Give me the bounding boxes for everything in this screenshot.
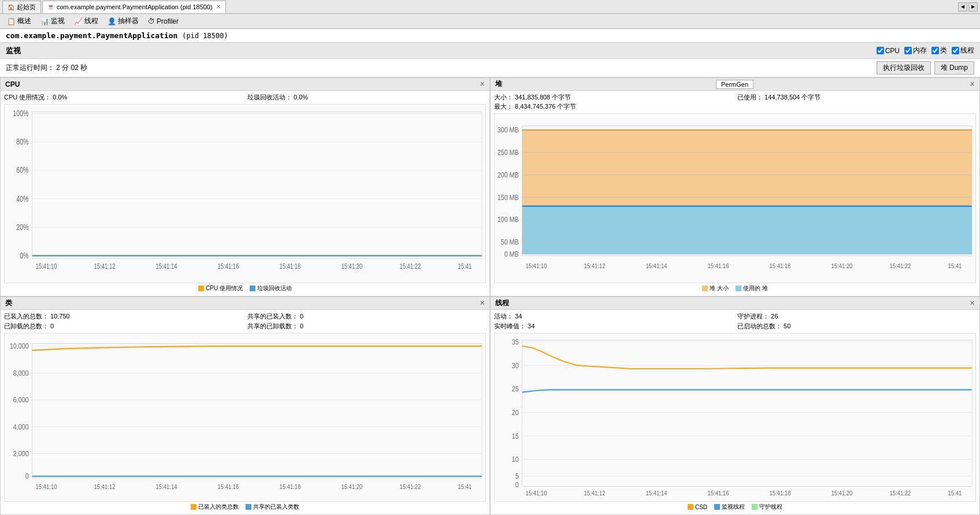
svg-text:4,000: 4,000 [13, 422, 29, 431]
profiler-icon: ⏱ [148, 17, 155, 25]
uptime-text: 正常运行时间： 2 分 02 秒 [6, 63, 87, 73]
class-checkbox-label[interactable]: 类 [931, 46, 947, 55]
cpu-checkbox-label[interactable]: CPU [877, 47, 900, 55]
tab-close-button[interactable]: ✕ [216, 3, 221, 10]
heap-stats: 大小： 341,835,808 个字节 已使用： 144,738,504 个字节… [494, 93, 976, 111]
heap-panel-close[interactable]: ✕ [970, 80, 975, 88]
svg-text:100 MB: 100 MB [498, 216, 519, 224]
nav-prev-button[interactable]: ◀ [958, 2, 967, 12]
cpu-checkbox[interactable] [877, 47, 884, 54]
heap-used-stat: 已使用： 144,738,504 个字节 [737, 93, 976, 102]
tab-start[interactable]: 🏠 起始页 [2, 1, 41, 13]
svg-text:25: 25 [512, 384, 519, 393]
monitor-checkboxes: CPU 内存 类 线程 [877, 46, 974, 55]
memory-checkbox[interactable] [904, 47, 912, 54]
thread-panel-close[interactable]: ✕ [970, 299, 975, 307]
heap-legend-size-color [702, 286, 708, 291]
sampler-icon: 👤 [107, 17, 116, 25]
class-legend-shared: 共享的已装入类数 [246, 503, 299, 511]
class-legend: 已装入的类总数 共享的已装入类数 [4, 502, 486, 512]
nav-next-button[interactable]: ▶ [968, 2, 978, 12]
heap-panel: 堆 PermGen ✕ 大小： 341,835,808 个字节 已使用： 144… [490, 77, 980, 297]
svg-text:10,000: 10,000 [10, 342, 29, 350]
heap-size-stat: 大小： 341,835,808 个字节 [494, 93, 733, 102]
cpu-panel-close[interactable]: ✕ [480, 80, 485, 88]
overview-button[interactable]: 📋 概述 [3, 15, 35, 27]
heap-max-stat: 最大： 8,434,745,376 个字节 [494, 102, 733, 111]
gc-button[interactable]: 执行垃圾回收 [877, 61, 931, 75]
svg-text:15:41:20: 15:41:20 [831, 262, 852, 269]
class-panel: 类 ✕ 已装入的总数： 10,750 共享的已装入数： 0 已卸载的总数： 0 … [0, 297, 490, 516]
svg-text:15:41:14: 15:41:14 [645, 489, 667, 497]
tab-app[interactable]: ☕ com.example.payment.PaymentApplication… [42, 1, 226, 13]
thread-checkbox-label[interactable]: 线程 [952, 46, 974, 55]
svg-text:15:41:10: 15:41:10 [525, 489, 547, 497]
svg-text:15:41:10: 15:41:10 [35, 482, 57, 490]
overview-label: 概述 [17, 16, 31, 26]
svg-text:15:41:22: 15:41:22 [399, 482, 421, 490]
heap-legend-used-label: 使用的 堆 [743, 284, 768, 292]
heap-panel-header: 堆 PermGen ✕ [491, 78, 979, 91]
svg-text:20: 20 [512, 407, 519, 416]
monitor-header: 监视 CPU 内存 类 线程 [0, 43, 980, 59]
heap-tabs: PermGen [716, 80, 753, 89]
app-tab-label: com.example.payment.PaymentApplication (… [57, 3, 213, 10]
class-legend-shared-color [246, 504, 251, 510]
svg-text:0 MB: 0 MB [504, 250, 519, 258]
class-panel-header: 类 ✕ [1, 297, 489, 310]
class-legend-shared-label: 共享的已装入类数 [253, 503, 299, 511]
class-checkbox[interactable] [931, 47, 939, 54]
thread-active-stat: 活动： 34 [494, 312, 733, 321]
svg-text:20%: 20% [16, 223, 28, 232]
cpu-legend-gc-color [250, 286, 255, 291]
class-chart: 10,000 8,000 6,000 4,000 2,000 0 15:41:1… [4, 333, 486, 502]
thread-legend-daemon: 守护线程 [752, 503, 782, 511]
heap-panel-title: 堆 [495, 79, 502, 89]
svg-text:40%: 40% [16, 194, 28, 203]
profiler-button[interactable]: ⏱ Profiler [144, 16, 182, 27]
thread-legend-monitor: 监视线程 [714, 503, 745, 511]
thread-legend-csd-color [688, 504, 693, 510]
heap-chart: 300 MB 250 MB 200 MB 150 MB 100 MB 50 MB… [494, 113, 976, 283]
svg-text:0: 0 [515, 480, 519, 488]
cpu-legend-gc: 垃圾回收活动 [250, 284, 292, 292]
svg-rect-90 [522, 340, 972, 486]
class-legend-loaded-color [191, 504, 196, 510]
heap-dump-button[interactable]: 堆 Dump [934, 61, 974, 75]
gc-activity-label: 垃圾回收活动： 0.0% [247, 93, 486, 102]
svg-text:15:41:14: 15:41:14 [645, 262, 667, 269]
heap-legend-used-color [736, 286, 741, 291]
svg-text:200 MB: 200 MB [498, 171, 519, 179]
class-panel-close[interactable]: ✕ [480, 299, 485, 307]
thread-legend-monitor-label: 监视线程 [722, 503, 745, 511]
thread-checkbox[interactable] [952, 47, 959, 54]
thread-legend: CSD 监视线程 守护线程 [494, 502, 976, 512]
thread-legend-daemon-label: 守护线程 [759, 503, 782, 511]
svg-text:15:41:18: 15:41:18 [769, 489, 790, 497]
svg-text:15:41:18: 15:41:18 [279, 482, 300, 490]
svg-text:15:41:16: 15:41:16 [707, 262, 729, 269]
thread-checkbox-text: 线程 [960, 46, 974, 55]
svg-text:15:41:14: 15:41:14 [155, 482, 177, 490]
svg-text:15:41:22: 15:41:22 [399, 262, 421, 270]
class-shared-loaded-stat: 共享的已装入数： 0 [247, 312, 486, 321]
permgen-tab[interactable]: PermGen [716, 80, 753, 89]
memory-checkbox-label[interactable]: 内存 [904, 46, 927, 55]
thread-chart: 35 30 25 20 15 10 5 0 15:41:10 15:41:12 … [494, 333, 976, 502]
sampler-button[interactable]: 👤 抽样器 [104, 15, 142, 27]
svg-text:250 MB: 250 MB [498, 148, 519, 156]
svg-text:100%: 100% [13, 109, 28, 118]
action-buttons: 执行垃圾回收 堆 Dump [877, 61, 974, 75]
uptime-value: 2 分 02 秒 [56, 64, 87, 72]
cpu-panel-body: CPU 使用情况： 0.0% 垃圾回收活动： 0.0% [1, 91, 489, 296]
cpu-legend-gc-label: 垃圾回收活动 [257, 284, 292, 292]
heap-legend-size: 堆 大小 [702, 284, 729, 292]
profiler-label: Profiler [157, 17, 179, 25]
thread-legend-daemon-color [752, 504, 758, 510]
monitor-button[interactable]: 📊 监视 [37, 15, 68, 27]
svg-text:150 MB: 150 MB [498, 193, 519, 201]
threads-button[interactable]: 📈 线程 [70, 15, 102, 27]
threads-label: 线程 [84, 16, 98, 26]
cpu-legend: CPU 使用情况 垃圾回收活动 [4, 283, 486, 294]
svg-text:15:41:18: 15:41:18 [769, 262, 790, 269]
